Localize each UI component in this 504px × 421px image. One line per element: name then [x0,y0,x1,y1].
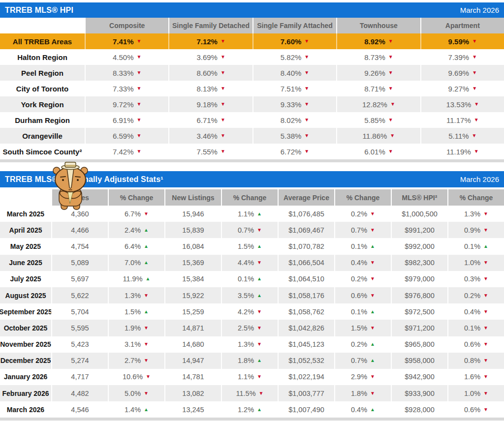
hpi-value-cell: 6.72%▼ [252,144,336,159]
stats-value-cell: $1,064,510 [278,271,334,287]
value-text: $1,003,777 [288,390,324,397]
value-text: 9.26% [364,69,385,77]
value-text: 0.6% [464,340,480,348]
down-arrow-icon: ▼ [144,391,149,396]
value-text: 4.4% [238,259,254,267]
down-arrow-icon: ▼ [137,133,142,138]
value-text: 6.4% [125,242,141,250]
value-text: 6.91% [113,116,134,124]
value-text: $1,045,123 [288,340,324,348]
stats-value-cell: 1.0%▼ [447,385,504,401]
down-arrow-icon: ▼ [137,55,142,60]
down-arrow-icon: ▼ [483,342,488,347]
value-text: 7.55% [196,148,218,156]
value-text: 0.1% [238,275,254,283]
value-text: 5,622 [71,292,89,300]
hpi-table-date: March 2026 [460,6,499,14]
hpi-value-cell: 8.13%▼ [168,81,252,96]
stats-value-cell: 4.4%▼ [221,255,278,271]
value-text: 0.2% [464,292,480,300]
down-arrow-icon: ▼ [370,391,375,396]
down-arrow-icon: ▼ [220,133,225,138]
value-text: 15,946 [182,210,204,218]
down-arrow-icon: ▼ [388,39,393,44]
value-text: 15,369 [182,259,204,267]
value-text: 15,839 [182,226,204,234]
stats-value-cell: 2.5%▼ [221,320,278,336]
stats-value-cell: 3.1%▼ [108,336,164,353]
down-arrow-icon: ▼ [388,55,393,60]
stats-value-cell: 1.6%▼ [447,369,504,385]
stats-value-cell: 1.4%▲ [108,401,164,418]
stats-value-cell: 0.4%▼ [334,255,391,271]
value-text: 14,871 [182,324,204,332]
value-text: 1.5% [351,324,367,332]
value-text: $971,200 [405,324,434,332]
down-arrow-icon: ▼ [144,293,149,298]
value-text: 8.73% [364,53,385,61]
stats-value-cell: 4,546 [51,401,108,418]
stats-value-cell: 11.5%▼ [221,385,278,401]
up-arrow-icon: ▲ [144,407,149,412]
hpi-value-cell: 9.18%▼ [168,96,252,112]
down-arrow-icon: ▼ [390,133,395,138]
value-text: $991,200 [405,226,434,234]
hpi-value-cell: 12.82%▼ [336,96,420,112]
down-arrow-icon: ▼ [483,374,488,379]
row-label: October 2025 [0,320,51,336]
value-text: 5,697 [71,275,89,283]
value-text: 8.92% [364,37,385,46]
stats-value-cell: $1,069,467 [278,222,334,238]
stats-value-cell: $1,003,777 [278,385,334,401]
value-text: 0.8% [464,357,480,364]
value-text: $1,052,532 [288,357,324,364]
value-text: 0.2% [351,340,367,348]
down-arrow-icon: ▼ [304,118,309,122]
table-row: Orangeville6.59%▼3.46%▼5.38%▼11.86%▼5.11… [0,128,504,144]
value-text: 1.5% [125,308,141,316]
down-arrow-icon: ▼ [390,102,395,107]
hpi-value-cell: 4.50%▼ [85,49,168,65]
table-row: All TRREB Areas7.41%▼7.12%▼7.60%▼8.92%▼9… [0,33,504,49]
stats-value-cell: 0.2%▼ [334,271,391,287]
value-text: $1,066,504 [288,259,324,267]
value-text: 8.13% [196,85,218,93]
stats-value-cell: 0.4%▼ [447,303,504,320]
stats-value-cell: 0.6%▼ [447,336,504,353]
down-arrow-icon: ▼ [370,260,375,265]
up-arrow-icon: ▲ [144,244,149,249]
value-text: 2.4% [125,226,141,234]
row-label: November 2025 [0,336,51,353]
value-text: $1,000,500 [402,210,438,218]
report-page: TRREB MLS® HPI March 2026 CompositeSingl… [0,0,504,421]
stats-value-cell: 5,622 [51,287,108,303]
value-text: 8.02% [281,116,302,124]
stats-value-cell: 6.4%▲ [108,238,164,254]
hpi-value-cell: 7.41%▼ [85,33,168,49]
up-arrow-icon: ▲ [257,293,262,298]
stats-value-cell: 5,423 [51,336,108,353]
value-text: $933,900 [405,390,434,397]
down-arrow-icon: ▼ [388,86,393,91]
value-text: 4,717 [71,373,89,381]
value-text: $1,076,485 [288,210,324,218]
hpi-value-cell: 8.33%▼ [85,65,168,81]
stats-value-cell: $1,042,826 [278,320,334,336]
stats-value-cell: $1,058,762 [278,303,334,320]
down-arrow-icon: ▼ [483,228,488,233]
down-arrow-icon: ▼ [472,39,477,44]
value-text: 13,245 [182,406,204,414]
column-header: % Change [334,189,391,206]
value-text: 9.59% [448,37,470,46]
value-text: 1.6% [464,373,480,381]
row-label: December 2025 [0,353,51,369]
value-text: 7.60% [281,37,302,46]
value-text: 5.38% [281,132,302,140]
value-text: 13,082 [182,390,204,397]
row-label: April 2025 [0,222,51,238]
table-row: May 20254,7546.4%▲16,0841.5%▲$1,070,7820… [0,238,504,254]
hpi-value-cell: 7.39%▼ [420,49,504,65]
row-label: July 2025 [0,271,51,287]
hpi-value-cell: 5.11%▼ [420,128,504,144]
stats-value-cell: 5.0%▼ [108,385,164,401]
